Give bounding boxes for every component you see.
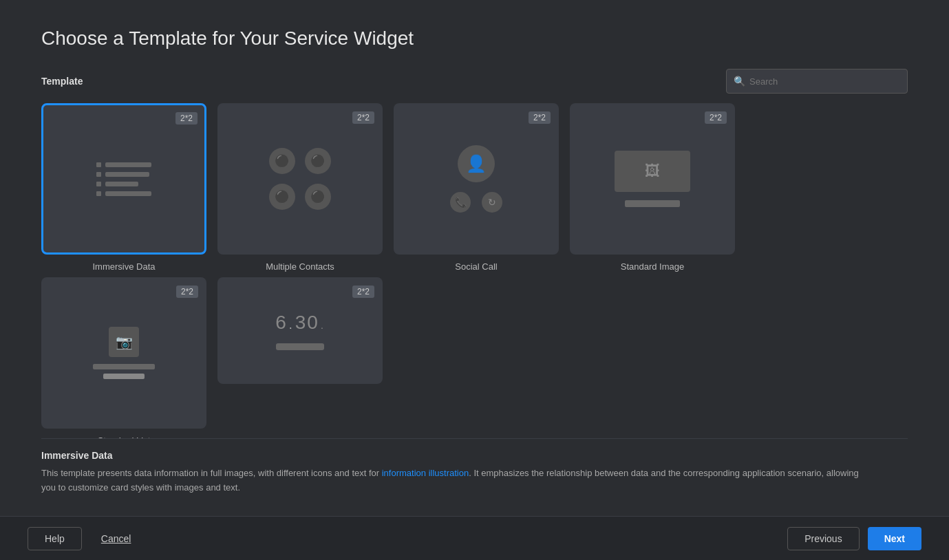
template-name-social-call: Social Call bbox=[455, 261, 497, 272]
template-item-standard-image[interactable]: 2*2 🖼 Standard Image bbox=[570, 103, 735, 272]
avatar-icon: ⚫ bbox=[269, 184, 295, 210]
avatar-icon: ⚫ bbox=[305, 148, 331, 174]
phone-icon: 📞 bbox=[450, 192, 471, 213]
description-text: This template presents data information … bbox=[41, 466, 867, 495]
template-card-social-call[interactable]: 2*2 👤 📞 ↻ bbox=[394, 103, 559, 255]
template-card-standard-image[interactable]: 2*2 🖼 bbox=[570, 103, 735, 255]
template-card-multiple-contacts[interactable]: 2*2 ⚫ ⚫ ⚫ ⚫ bbox=[217, 103, 383, 255]
refresh-icon: ↻ bbox=[482, 192, 502, 213]
help-button[interactable]: Help bbox=[28, 527, 82, 550]
page-title: Choose a Template for Your Service Widge… bbox=[41, 28, 908, 50]
footer-left: Help Cancel bbox=[28, 527, 139, 550]
template-card-immersive-data[interactable]: 2*2 bbox=[41, 103, 206, 255]
template-section-label: Template bbox=[41, 76, 83, 87]
templates-area: 2*2 bbox=[41, 103, 908, 438]
template-name-standard-image: Standard Image bbox=[621, 261, 685, 272]
description-highlight: information illustration bbox=[382, 468, 469, 478]
search-input[interactable] bbox=[749, 76, 900, 87]
description-title: Immersive Data bbox=[41, 450, 908, 461]
template-item-clock[interactable]: 2*2 6.30. bbox=[217, 277, 383, 438]
search-icon: 🔍 bbox=[734, 76, 745, 87]
footer: Help Cancel Previous Next bbox=[0, 516, 949, 560]
clock-display: 6.30. bbox=[275, 312, 325, 334]
template-badge: 2*2 bbox=[352, 286, 374, 298]
image-placeholder-icon: 🖼 bbox=[615, 151, 690, 192]
cancel-button[interactable]: Cancel bbox=[93, 527, 140, 550]
template-preview-stdimage: 🖼 bbox=[615, 151, 690, 207]
template-preview-clock: 6.30. bbox=[275, 312, 325, 350]
list-icon: 📷 bbox=[109, 327, 139, 357]
template-badge: 2*2 bbox=[175, 112, 198, 125]
templates-grid: 2*2 bbox=[41, 103, 908, 438]
footer-right: Previous Next bbox=[787, 527, 921, 550]
template-item-multiple-contacts[interactable]: 2*2 ⚫ ⚫ ⚫ ⚫ Multiple Contacts bbox=[217, 103, 383, 272]
template-item-immersive-data[interactable]: 2*2 bbox=[41, 103, 206, 272]
next-button[interactable]: Next bbox=[868, 527, 921, 550]
avatar-icon: ⚫ bbox=[305, 184, 331, 210]
template-preview-social: 👤 📞 ↻ bbox=[450, 145, 502, 213]
template-preview-stdlist: 📷 bbox=[93, 327, 155, 379]
template-item-social-call[interactable]: 2*2 👤 📞 ↻ Social Call bbox=[394, 103, 559, 272]
template-name-immersive-data: Immersive Data bbox=[92, 261, 155, 272]
avatar-icon: ⚫ bbox=[269, 148, 295, 174]
template-badge: 2*2 bbox=[176, 286, 198, 298]
avatar-large-icon: 👤 bbox=[458, 145, 495, 182]
template-preview-contacts: ⚫ ⚫ ⚫ ⚫ bbox=[269, 148, 331, 210]
previous-button[interactable]: Previous bbox=[787, 527, 859, 550]
description-section: Immersive Data This template presents da… bbox=[41, 438, 908, 502]
template-item-standard-list[interactable]: 2*2 📷 Standard List bbox=[41, 277, 206, 438]
template-badge: 2*2 bbox=[705, 111, 727, 124]
template-badge: 2*2 bbox=[529, 111, 551, 124]
template-badge: 2*2 bbox=[352, 111, 374, 124]
template-preview-immersive bbox=[80, 146, 168, 213]
template-name-multiple-contacts: Multiple Contacts bbox=[266, 261, 334, 272]
template-card-clock[interactable]: 2*2 6.30. bbox=[217, 277, 383, 384]
template-name-standard-list: Standard List bbox=[98, 435, 151, 438]
search-box[interactable]: 🔍 bbox=[726, 69, 908, 94]
template-card-standard-list[interactable]: 2*2 📷 bbox=[41, 277, 206, 429]
